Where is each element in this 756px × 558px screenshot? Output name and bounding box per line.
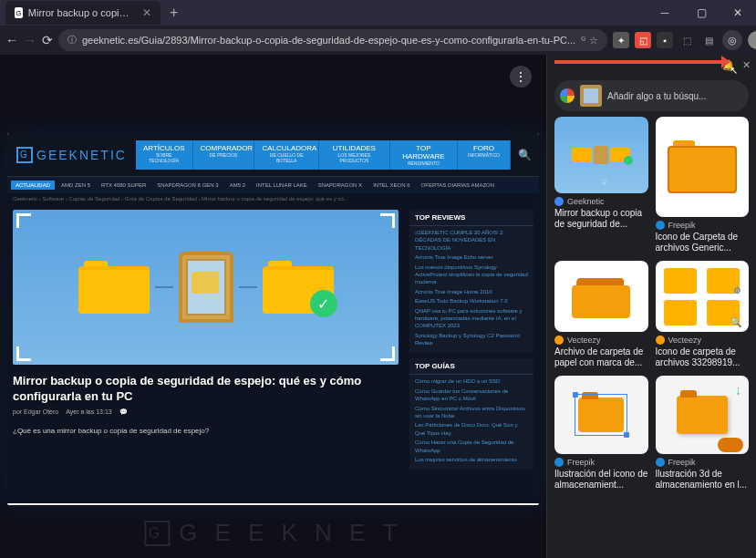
extensions-menu-icon[interactable]: ⬚ [678,32,695,48]
google-logo-icon [560,88,575,103]
result-image [656,117,750,217]
nav-item[interactable]: CALCULADORADE CUELLO DE BOTELLA [254,140,319,170]
page-preview: G GEEKNETIC ARTÍCULOSSOBRE TECNOLOGÍA CO… [7,133,539,505]
browser-tab[interactable]: G Mirror backup o copia de segu... ✕ [5,1,161,25]
article-hero-image: ✓ [13,210,399,365]
extension-icon[interactable]: ✦ [613,32,629,48]
tab-favicon: G [15,7,23,18]
sidebar-link[interactable]: Acronis True Image Echo server [415,253,528,262]
site-info-icon[interactable]: ⓘ [67,34,77,46]
result-card[interactable]: Vecteezy Icono de carpeta de archivos 33… [656,261,750,368]
sidebar-link[interactable]: Los nuevos dispositivos Synology ActiveP… [415,263,528,287]
sidebar-link[interactable]: Acronis True Image Home 2010 [415,287,528,296]
lens-search-bar[interactable]: Añadir algo a tu búsqu... [554,80,749,111]
bookmark-icon[interactable]: ☆ [589,35,598,46]
subnav-item[interactable]: SNAPDRAGON X [314,181,367,190]
sidebar-link[interactable]: Synology Backup y Synology C2 Password R… [415,331,528,348]
nav-item[interactable]: ARTÍCULOSSOBRE TECNOLOGÍA [136,140,193,170]
translate-icon[interactable]: ᴳ [581,35,585,46]
folder-icon: ✓ [263,261,334,314]
sidebar-heading: TOP REVIEWS [409,210,533,226]
sidebar-link[interactable]: Las Particiones de Disco Duro: Qué Son y… [415,420,528,438]
cursor-icon: ↖ [730,65,738,77]
folder-icon [78,261,150,314]
sidebar-heading: TOP GUÍAS [409,358,533,375]
maximize-button[interactable]: ▢ [683,0,720,26]
article-title: Mirror backup o copia de seguridad de es… [13,374,399,405]
sidebar-link[interactable]: Cómo Guardar tus Conversaciones de Whats… [415,387,528,404]
close-panel-icon[interactable]: ✕ [742,59,751,71]
profile-avatar[interactable] [748,31,756,49]
sidebar-link[interactable]: ¡GEEKNETIC CUMPLE 20 AÑOS! 2 DÉCADAS DE … [415,228,528,253]
subnav-item[interactable]: OFERTAS DIARIAS AMAZON [417,181,499,190]
minimize-button[interactable]: ─ [647,0,683,26]
more-options-button[interactable]: ⋮ [510,66,532,88]
reading-list-icon[interactable]: ▤ [700,32,717,48]
nav-item[interactable]: FOROINFORMÁTICO [458,140,511,170]
result-image: ☟ [554,117,648,193]
search-placeholder: Añadir algo a tu búsqu... [607,91,706,101]
new-tab-button[interactable]: + [170,5,178,21]
result-image: ↓ [656,376,750,454]
extension-icon[interactable]: ◱ [635,32,651,48]
watermark: G G E E K N E T [144,519,402,547]
article-heading: ¿Qué es una mirror backup o copia de seg… [13,427,399,435]
result-card[interactable]: ↓ Freepik Ilustración 3d de almacenamien… [656,376,750,491]
result-card[interactable]: ☟ Geeknetic Mirror backup o copia de seg… [554,117,648,253]
back-button[interactable]: ← [5,29,18,51]
sidebar-link[interactable]: Cómo migrar de un HDD a un SSD [415,377,528,386]
check-icon: ✓ [310,290,337,317]
tab-close-icon[interactable]: ✕ [142,6,151,19]
result-card[interactable]: Freepik Ilustración del icono de almacen… [554,376,648,491]
breadcrumb[interactable]: Geeknetic › Software › Copias de Segurid… [7,193,539,204]
result-card[interactable]: Freepik Icono de Carpeta de archivos Gen… [656,117,750,253]
close-window-button[interactable]: ✕ [720,0,756,26]
tab-title: Mirror backup o copia de segu... [28,7,133,18]
result-image [656,261,750,332]
article-author[interactable]: por Edgar Otero [13,408,58,416]
sidebar-link[interactable]: QNAP usa tu PC para soluciones software … [415,306,528,331]
subnav-item[interactable]: RTX 4080 SUPER [97,181,150,190]
reload-button[interactable]: ⟳ [42,29,53,51]
subnav-item[interactable]: AM5 2 [225,181,250,190]
subnav-item[interactable]: ACTUALIDAD [11,181,55,190]
nav-item[interactable]: COMPARADORDE PRECIOS [193,140,255,170]
nav-item[interactable]: UTILIDADESLOS MEJORES PRODUCTOS [319,140,390,170]
article-date: Ayer a las 13:13 [66,408,111,416]
subnav-item[interactable]: AMD ZEN 5 [57,181,95,190]
subnav-item[interactable]: INTEL LUNAR LAKE [252,181,312,190]
address-bar[interactable]: ⓘ geeknetic.es/Guia/2893/Mirror-backup-o… [58,29,607,51]
search-thumbnail [580,85,602,107]
search-icon[interactable]: 🔍 [518,149,532,161]
subnav-item[interactable]: INTEL XEON 6 [368,181,414,190]
nav-item[interactable]: TOP HARDWARERENDIMIENTO [390,140,458,170]
google-lens-icon[interactable]: ◎ [722,30,742,50]
result-image [554,261,648,332]
result-card[interactable]: Vecteezy Archivo de carpeta de papel con… [554,261,648,368]
url-text: geeknetic.es/Guia/2893/Mirror-backup-o-c… [82,35,575,46]
annotation-arrow [554,60,723,64]
subnav-item[interactable]: SNAPDRAGON 8 GEN 3 [152,181,223,190]
forward-button: → [24,29,36,51]
sidebar-link[interactable]: Los mejores servicios de almacenamiento [415,455,528,464]
mirror-icon [179,252,233,323]
extension-icon[interactable]: ▪ [657,32,673,48]
sidebar-link[interactable]: EaseUS Todo Backup Workstation 7.0 [415,296,528,305]
sidebar-link[interactable]: Cómo Sincronizar Archivos entre Disposit… [415,404,528,421]
sidebar-link[interactable]: Cómo Hacer una Copia de Seguridad de Wha… [415,438,528,455]
site-logo[interactable]: G GEEKNETIC [7,147,136,163]
result-image [554,376,648,454]
